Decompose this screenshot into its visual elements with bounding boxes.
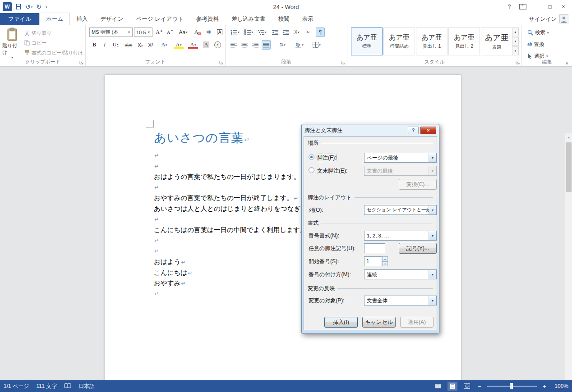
sort-button[interactable]: A↓ — [304, 27, 313, 37]
columns-combo[interactable]: セクション レイアウトと一致▼ — [364, 205, 437, 215]
cut-button[interactable]: 切り取り — [24, 28, 83, 38]
paste-button[interactable]: 貼り付け ▾ — [2, 27, 23, 60]
dialog-close-button[interactable]: × — [420, 127, 436, 134]
spinner-up-icon[interactable]: ▲ — [382, 256, 388, 261]
tab-insert[interactable]: 挿入 — [70, 13, 94, 25]
footnote-location-combo[interactable]: ページの最後▼ — [364, 153, 437, 163]
change-case-button[interactable]: Aa▾ — [177, 27, 189, 37]
highlight-button[interactable]: A▾ — [172, 40, 185, 50]
custom-mark-input[interactable] — [364, 243, 385, 253]
show-formatting-marks-button[interactable]: ¶ — [316, 27, 325, 37]
page-indicator[interactable]: 1/1 ページ — [4, 383, 29, 390]
underline-button[interactable]: U▾ — [110, 40, 121, 50]
help-button[interactable]: ? — [503, 2, 515, 12]
decrease-indent-button[interactable] — [271, 27, 280, 37]
styles-scroll-up-button[interactable]: ▲ — [512, 27, 519, 36]
phonetic-guide-button[interactable]: 亜 — [204, 27, 214, 37]
select-button[interactable]: 選択 ▾ — [527, 51, 548, 60]
align-right-button[interactable] — [251, 40, 260, 50]
multilevel-list-button[interactable]: ▾ — [256, 27, 268, 37]
dialog-help-button[interactable]: ? — [408, 127, 419, 134]
ribbon-display-options-button[interactable] — [517, 2, 529, 12]
customize-qat-button[interactable]: ▾ — [45, 5, 47, 9]
character-shading-button[interactable]: A — [201, 40, 211, 50]
web-layout-button[interactable] — [462, 382, 472, 391]
align-center-button[interactable] — [240, 40, 249, 50]
asian-layout-button[interactable]: X▾ — [292, 27, 301, 37]
find-button[interactable]: 検索 ▾ — [527, 28, 549, 37]
signin-area[interactable]: サインイン — [529, 14, 572, 25]
styles-scroll-down-button[interactable]: ▼ — [512, 37, 519, 46]
text-effects-button[interactable]: A▾ — [158, 40, 171, 50]
style-no-spacing[interactable]: あア亜 行間詰め — [383, 27, 415, 55]
tab-view[interactable]: 表示 — [296, 13, 320, 25]
bold-button[interactable]: B — [89, 40, 99, 50]
character-border-button[interactable]: A — [215, 27, 225, 37]
dropdown-icon[interactable]: ▼ — [429, 231, 436, 240]
style-title[interactable]: あア亜 表題 — [481, 27, 512, 55]
strikethrough-button[interactable]: abe — [124, 40, 134, 50]
proofing-icon[interactable] — [64, 383, 71, 390]
subscript-button[interactable]: X₂ — [135, 40, 145, 50]
zoom-in-button[interactable]: + — [541, 383, 548, 390]
scroll-up-button[interactable]: ▲ — [565, 133, 572, 141]
save-button[interactable] — [15, 4, 22, 10]
zoom-level-button[interactable]: 100% — [552, 383, 568, 389]
clear-formatting-button[interactable]: A — [193, 27, 203, 37]
shading-button[interactable]: ▾ — [293, 40, 306, 50]
vertical-scrollbar[interactable]: ▲ ▼ — [565, 133, 572, 380]
symbol-button[interactable]: 記号(Y)... — [399, 243, 437, 254]
language-indicator[interactable]: 日本語 — [78, 383, 95, 390]
style-heading1[interactable]: あア亜 見出し 1 — [416, 27, 447, 55]
redo-button[interactable]: ↻ — [36, 4, 42, 10]
spinner-down-icon[interactable]: ▼ — [382, 261, 388, 266]
font-size-combo[interactable]: 10.5▼ — [134, 27, 152, 37]
word-count[interactable]: 111 文字 — [37, 383, 57, 390]
endnote-radio[interactable] — [309, 167, 314, 173]
tab-references[interactable]: 参考資料 — [190, 13, 225, 25]
align-left-button[interactable] — [229, 40, 238, 50]
enclose-characters-button[interactable]: 字 — [212, 40, 222, 50]
justify-button[interactable] — [262, 40, 271, 50]
paragraph-dialog-launcher[interactable] — [341, 60, 346, 65]
dropdown-icon[interactable]: ▼ — [429, 270, 436, 279]
footnote-radio-label[interactable]: 脚注(F): — [317, 154, 337, 162]
tab-design[interactable]: デザイン — [94, 13, 129, 25]
numbering-button[interactable]: ▾ — [243, 27, 254, 37]
insert-button[interactable]: 挿入(I) — [324, 317, 358, 328]
bullets-button[interactable]: ▾ — [229, 27, 241, 37]
numbering-combo[interactable]: 連続▼ — [364, 269, 437, 279]
dialog-title-bar[interactable]: 脚注と文末脚注 ? × — [304, 124, 437, 136]
tab-home[interactable]: ホーム — [39, 13, 70, 25]
endnote-radio-label[interactable]: 文末脚注(E): — [317, 167, 347, 175]
zoom-slider[interactable] — [487, 383, 537, 390]
copy-button[interactable]: コピー — [24, 38, 83, 48]
tab-mailings[interactable]: 差し込み文書 — [225, 13, 272, 25]
maximize-button[interactable]: □ — [544, 2, 556, 12]
tab-file[interactable]: ファイル — [0, 13, 39, 25]
clipboard-dialog-launcher[interactable] — [79, 60, 84, 65]
format-painter-button[interactable]: 書式のコピー/貼り付け — [24, 48, 83, 58]
style-normal[interactable]: あア亜 標準 — [351, 27, 383, 55]
styles-more-button[interactable]: ▼ — [512, 46, 519, 55]
increase-indent-button[interactable] — [281, 27, 291, 37]
footnote-radio[interactable] — [309, 154, 314, 160]
font-color-button[interactable]: A▾ — [187, 40, 199, 50]
borders-button[interactable]: ▾ — [310, 40, 323, 50]
italic-button[interactable]: I — [100, 40, 110, 50]
replace-button[interactable]: ab 置換 — [527, 40, 544, 49]
line-spacing-button[interactable]: ⇅▾ — [276, 40, 289, 50]
collapse-ribbon-button[interactable]: ∧ — [565, 61, 568, 65]
print-layout-button[interactable] — [447, 382, 457, 391]
minimize-button[interactable]: — — [530, 2, 542, 12]
style-heading2[interactable]: あア亜 見出し 2 — [448, 27, 480, 55]
tab-review[interactable]: 校閲 — [272, 13, 296, 25]
cancel-button[interactable]: キャンセル — [362, 317, 396, 328]
dropdown-icon[interactable]: ▼ — [429, 296, 436, 305]
tab-page-layout[interactable]: ページ レイアウト — [129, 13, 190, 25]
dropdown-icon[interactable]: ▼ — [429, 153, 436, 162]
shrink-font-button[interactable]: A▼ — [165, 27, 175, 37]
scrollbar-thumb[interactable] — [566, 142, 572, 192]
zoom-out-button[interactable]: − — [476, 383, 483, 390]
font-name-combo[interactable]: MS 明朝 (本▼ — [89, 27, 133, 37]
